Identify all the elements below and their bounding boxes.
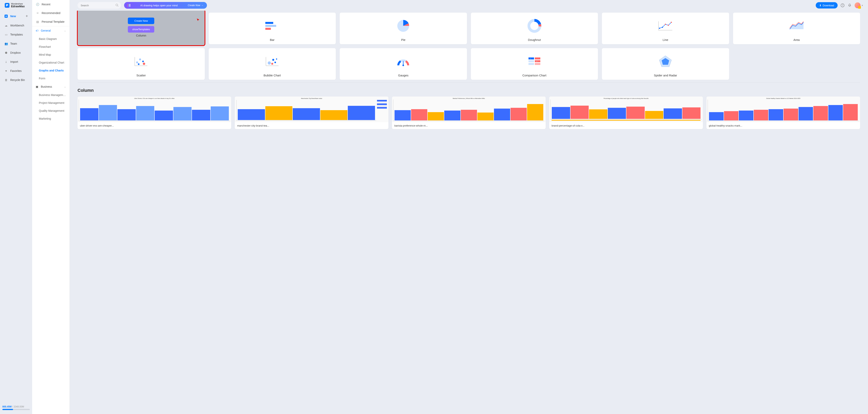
nav-new[interactable]: New + [1, 11, 31, 21]
group-business[interactable]: ▣ Business ⌄ [32, 82, 69, 91]
tile-bar-label: Bar [270, 37, 274, 42]
svg-rect-8 [265, 28, 271, 30]
add-icon[interactable]: + [26, 14, 28, 18]
nav-workbench[interactable]: ☁ Workbench [1, 21, 31, 30]
template-thumbnail: Global Healthy Snacks Market vs US Marke… [707, 96, 860, 122]
sub-project-mgmt[interactable]: Project Management [32, 99, 69, 107]
svg-text:✓: ✓ [536, 61, 537, 62]
tile-doughnut[interactable]: Doughnut [471, 12, 598, 44]
svg-point-17 [671, 22, 672, 23]
nav-favorites-label: Favorites [10, 69, 22, 72]
cat-recommended-label: Recommended [42, 11, 60, 14]
nav-import-label: Import [10, 60, 18, 63]
storage-bar [2, 409, 30, 410]
download-button[interactable]: ⬇ Download [816, 2, 838, 8]
line-chart-icon [604, 14, 727, 37]
avatar[interactable] [855, 2, 861, 8]
comparison-chart-icon: ✓✓ [473, 50, 596, 72]
cat-personal-label: Personal Template [42, 20, 64, 23]
svg-point-5 [849, 6, 850, 6]
tile-pie[interactable]: Pie [340, 12, 467, 44]
template-card[interactable]: Percentage of people who listed each typ… [549, 96, 703, 129]
tile-area[interactable]: Area [733, 12, 860, 44]
nav-favorites[interactable]: ♥ Favorites [1, 66, 31, 75]
cat-personal-template[interactable]: ▤ Personal Template [32, 18, 69, 26]
topbar: AI drawing helps open your mind Create N… [70, 0, 868, 11]
tile-bar[interactable]: Bar [209, 12, 336, 44]
sub-graphs-and-charts[interactable]: Graphs and Charts [32, 66, 69, 75]
chart-type-grid-2: Scatter Bubble Chart Gauges ✓✓ [78, 48, 860, 80]
template-thumbnail: Barista Preferences | Whole Milk vs Alte… [392, 96, 546, 122]
tag-icon: 🏷 [36, 29, 39, 32]
template-card[interactable]: Manchester City Brand/team value manches… [235, 96, 389, 129]
radar-chart-icon [604, 50, 727, 72]
template-card[interactable]: Global Healthy Snacks Market vs US Marke… [707, 96, 860, 129]
svg-rect-38 [535, 60, 540, 62]
search-icon[interactable] [115, 4, 119, 7]
svg-point-21 [136, 61, 138, 63]
sub-basic-diagram[interactable]: Basic Diagram [32, 35, 69, 43]
template-title: global-healthy-snacks-mark... [707, 122, 860, 129]
sub-flowchart[interactable]: Flowchart [32, 43, 69, 51]
template-title: barista-preference-whole-m... [392, 122, 546, 129]
nav-team[interactable]: 👥 Team [1, 39, 31, 48]
svg-rect-39 [528, 63, 534, 65]
bell-icon[interactable] [847, 3, 852, 7]
sub-org-chart[interactable]: Organizational Chart [32, 59, 69, 66]
pie-chart-icon [342, 14, 465, 37]
sub-form[interactable]: Form [32, 75, 69, 82]
tile-line-label: Line [663, 37, 668, 42]
cat-recent[interactable]: 🕘 Recent [32, 0, 69, 9]
cat-recommended[interactable]: ⌑ Recommended [32, 9, 69, 18]
nav-workbench-label: Workbench [10, 24, 24, 27]
primary-sidebar: Wondershare EdrawMax New + ☁ Workbench ▭… [0, 0, 32, 414]
svg-point-31 [271, 63, 273, 65]
tile-line[interactable]: Line [602, 12, 729, 44]
nav-recycle[interactable]: 🗑 Recycle Bin [1, 76, 31, 84]
nav-templates-label: Templates [10, 33, 23, 36]
banner-cta[interactable]: Create Now → [188, 4, 204, 7]
template-card[interactable]: Uber Drivers: EVs are cheaper to run tha… [78, 96, 231, 129]
cursor-icon [196, 18, 200, 22]
sub-business-mgmt[interactable]: Business Management [32, 91, 69, 99]
avatar-dropdown-icon[interactable]: ▼ [861, 4, 863, 6]
svg-point-30 [274, 62, 276, 63]
help-icon[interactable]: ? [840, 3, 845, 7]
ai-banner[interactable]: AI drawing helps open your mind Create N… [124, 2, 207, 9]
gauge-chart-icon [342, 50, 465, 72]
search-input[interactable] [78, 2, 121, 9]
template-title: uber-driver-evs-are-cheaper... [78, 122, 231, 129]
storage-sep: / [12, 405, 13, 408]
doughnut-chart-icon [473, 14, 596, 37]
svg-rect-36 [535, 57, 540, 59]
tile-comparison[interactable]: ✓✓ Comparison Chart [471, 48, 598, 80]
nav-import[interactable]: ⤓ Import [1, 57, 31, 66]
chart-type-grid: Create New showTemplates Column Bar [78, 12, 860, 46]
nav-team-label: Team [10, 42, 17, 45]
presentation-icon: ▣ [36, 85, 39, 88]
template-thumbnail: Uber Drivers: EVs are cheaper to run tha… [78, 96, 231, 122]
tile-scatter[interactable]: Scatter [78, 48, 205, 80]
template-card[interactable]: Barista Preferences | Whole Milk vs Alte… [392, 96, 546, 129]
tile-comparison-label: Comparison Chart [522, 72, 547, 78]
nav-new-label: New [10, 14, 16, 18]
sub-quality-mgmt[interactable]: Quality Management [32, 107, 69, 115]
nav-dropbox[interactable]: ⬢ Dropbox [1, 48, 31, 57]
show-templates-button[interactable]: showTemplates [128, 26, 154, 33]
document-icon: ▤ [36, 20, 39, 24]
sub-marketing[interactable]: Marketing [32, 115, 69, 123]
tile-gauges[interactable]: Gauges [340, 48, 467, 80]
svg-point-23 [142, 61, 144, 62]
group-general[interactable]: 🏷 General ⌄ [32, 26, 69, 35]
create-new-button[interactable]: Create New [128, 18, 154, 24]
chevron-down-icon: ⌄ [64, 86, 66, 88]
tile-column[interactable]: Create New showTemplates Column [78, 11, 205, 46]
sub-mind-map[interactable]: Mind Map [32, 51, 69, 59]
section-title-column: Column [78, 88, 860, 93]
tile-column-label: Column [136, 33, 146, 38]
nav-templates[interactable]: ▭ Templates [1, 30, 31, 39]
tile-spider-radar[interactable]: Spider and Radar [602, 48, 729, 80]
svg-point-22 [139, 58, 141, 60]
tile-bubble[interactable]: Bubble Chart [209, 48, 336, 80]
download-label: Download [823, 4, 834, 7]
